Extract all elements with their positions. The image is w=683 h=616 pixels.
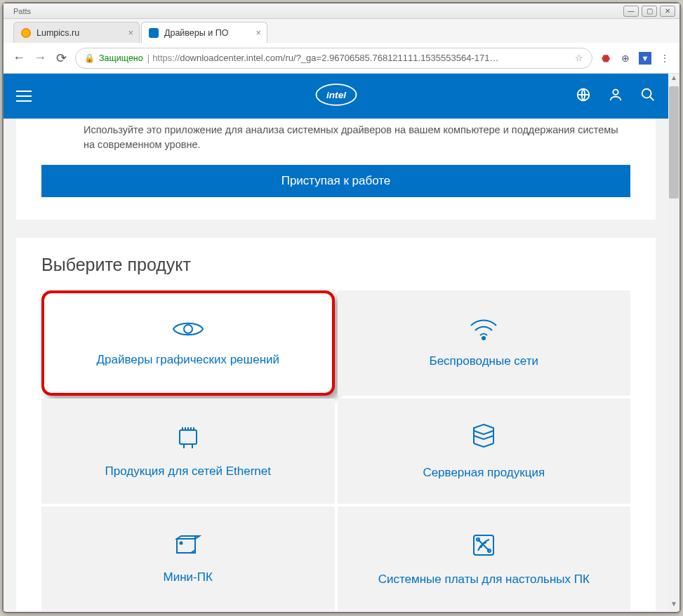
eye-icon <box>172 319 204 342</box>
product-label: Серверная продукция <box>423 465 545 481</box>
scroll-thumb[interactable] <box>669 86 679 199</box>
svg-point-3 <box>613 90 618 95</box>
product-wireless[interactable]: Беспроводные сети <box>338 290 631 396</box>
favicon-icon <box>21 28 31 38</box>
minipc-icon <box>173 533 204 560</box>
tab-lumpics[interactable]: Lumpics.ru × <box>13 22 140 43</box>
window-titlebar: Patts — ▢ ✕ <box>4 4 679 19</box>
menu-button[interactable] <box>16 91 32 102</box>
favicon-icon <box>149 28 159 38</box>
tab-title: Драйверы и ПО <box>164 28 228 38</box>
product-ethernet[interactable]: Продукция для сетей Ethernet <box>41 399 335 504</box>
site-header: intel <box>4 74 668 119</box>
browser-tabs: Lumpics.ru × Драйверы и ПО × <box>4 19 679 43</box>
svg-point-4 <box>642 89 651 98</box>
product-label: Системные платы для настольных ПК <box>378 572 590 588</box>
page-viewport: intel Используйте это приложение для ана… <box>4 74 679 611</box>
products-section: Выберите продукт Драйверы графических ре… <box>16 238 656 611</box>
svg-point-5 <box>184 325 192 333</box>
lock-icon: 🔒 <box>84 53 95 63</box>
promo-description: Используйте это приложение для анализа с… <box>41 119 630 165</box>
extension-download-icon[interactable]: ▼ <box>639 52 651 65</box>
extension-globe-icon[interactable]: ⊕ <box>619 52 632 65</box>
section-heading: Выберите продукт <box>41 255 630 275</box>
svg-text:intel: intel <box>326 90 346 100</box>
product-motherboards[interactable]: Системные платы для настольных ПК <box>338 507 631 611</box>
promo-card: Используйте это приложение для анализа с… <box>16 119 656 220</box>
forward-button[interactable]: → <box>33 51 47 65</box>
toolbar: ← → ⟳ 🔒 Защищено | https://downloadcente… <box>4 43 679 74</box>
tab-title: Lumpics.ru <box>37 28 79 38</box>
window-minimize-button[interactable]: — <box>623 6 639 17</box>
extension-adblock-icon[interactable]: ⬣ <box>599 52 612 65</box>
server-icon <box>470 422 498 455</box>
intel-logo[interactable]: intel <box>314 80 358 112</box>
search-icon[interactable] <box>640 87 656 105</box>
svg-rect-7 <box>180 430 197 444</box>
scroll-down-icon[interactable]: ▼ <box>669 600 679 611</box>
product-grid: Драйверы графических решений Беспроводны… <box>41 290 630 611</box>
cta-label: Приступая к работе <box>281 174 391 188</box>
product-label: Продукция для сетей Ethernet <box>105 464 271 480</box>
page-content: intel Используйте это приложение для ана… <box>4 74 668 611</box>
product-server[interactable]: Серверная продукция <box>338 399 631 504</box>
close-icon[interactable]: × <box>128 27 133 38</box>
user-icon[interactable] <box>608 87 623 105</box>
ethernet-icon <box>174 423 202 454</box>
product-label: Драйверы графических решений <box>96 352 279 368</box>
product-minipc[interactable]: Мини-ПК <box>41 507 335 611</box>
secure-label: Защищено <box>99 53 143 63</box>
tab-drivers[interactable]: Драйверы и ПО × <box>141 22 267 43</box>
window-app-label: Patts <box>8 7 31 15</box>
close-icon[interactable]: × <box>256 27 261 38</box>
window-maximize-button[interactable]: ▢ <box>642 6 657 17</box>
browser-window: Patts — ▢ ✕ Lumpics.ru × Драйверы и ПО ×… <box>2 2 681 613</box>
svg-point-8 <box>180 542 182 544</box>
board-icon <box>470 531 498 562</box>
vertical-scrollbar[interactable]: ▲ ▼ <box>668 74 679 611</box>
scroll-up-icon[interactable]: ▲ <box>669 74 679 85</box>
reload-button[interactable]: ⟳ <box>54 51 68 66</box>
get-started-button[interactable]: Приступая к работе <box>41 165 630 197</box>
browser-menu-button[interactable]: ⋮ <box>658 52 671 65</box>
address-bar[interactable]: 🔒 Защищено | https://downloadcenter.inte… <box>75 48 592 69</box>
product-graphics-drivers[interactable]: Драйверы графических решений <box>41 290 335 396</box>
globe-icon[interactable] <box>576 87 591 105</box>
star-icon[interactable]: ☆ <box>575 53 583 63</box>
svg-point-6 <box>482 337 485 340</box>
url-separator: | <box>147 53 150 63</box>
product-label: Беспроводные сети <box>429 354 538 370</box>
window-close-button[interactable]: ✕ <box>660 6 675 17</box>
url-text: https://downloadcenter.intel.com/ru/?_ga… <box>152 53 498 63</box>
product-label: Мини-ПК <box>164 570 213 586</box>
wifi-icon <box>468 317 499 344</box>
back-button[interactable]: ← <box>12 51 26 65</box>
header-actions <box>576 87 656 105</box>
